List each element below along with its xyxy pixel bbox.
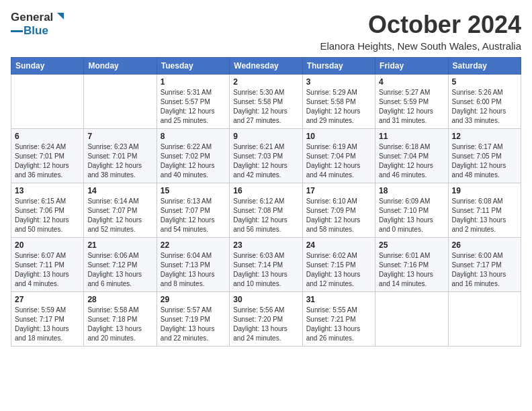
- day-number: 11: [379, 132, 444, 141]
- calendar-cell: 25Sunrise: 6:01 AM Sunset: 7:16 PM Dayli…: [375, 238, 448, 292]
- day-number: 12: [452, 132, 517, 141]
- day-number: 23: [233, 240, 298, 250]
- day-number: 5: [452, 77, 517, 87]
- calendar-cell: [11, 75, 84, 129]
- calendar-cell: 17Sunrise: 6:10 AM Sunset: 7:09 PM Dayli…: [302, 183, 375, 238]
- logo-arrow-icon: [53, 11, 65, 24]
- calendar-cell: 15Sunrise: 6:13 AM Sunset: 7:07 PM Dayli…: [157, 183, 229, 238]
- calendar-cell: 12Sunrise: 6:17 AM Sunset: 7:05 PM Dayli…: [448, 129, 521, 183]
- calendar-cell: 28Sunrise: 5:58 AM Sunset: 7:18 PM Dayli…: [84, 292, 157, 347]
- day-info: Sunrise: 6:07 AM Sunset: 7:11 PM Dayligh…: [15, 251, 80, 289]
- day-number: 3: [306, 77, 371, 87]
- day-info: Sunrise: 5:27 AM Sunset: 5:59 PM Dayligh…: [379, 88, 444, 126]
- svg-marker-0: [57, 13, 64, 19]
- day-number: 19: [452, 186, 517, 195]
- logo: General Blue: [11, 11, 65, 38]
- day-info: Sunrise: 5:56 AM Sunset: 7:20 PM Dayligh…: [233, 306, 298, 343]
- day-info: Sunrise: 5:31 AM Sunset: 5:57 PM Dayligh…: [161, 88, 226, 126]
- day-info: Sunrise: 5:30 AM Sunset: 5:58 PM Dayligh…: [233, 88, 298, 126]
- calendar-cell: 21Sunrise: 6:06 AM Sunset: 7:12 PM Dayli…: [84, 238, 157, 292]
- calendar-header-thursday: Thursday: [302, 58, 375, 75]
- calendar-cell: 16Sunrise: 6:12 AM Sunset: 7:08 PM Dayli…: [230, 183, 302, 238]
- calendar-cell: 22Sunrise: 6:04 AM Sunset: 7:13 PM Dayli…: [157, 238, 229, 292]
- day-info: Sunrise: 6:21 AM Sunset: 7:03 PM Dayligh…: [233, 142, 298, 180]
- location-title: Elanora Heights, New South Wales, Austra…: [320, 40, 521, 52]
- day-number: 27: [15, 295, 80, 304]
- calendar-cell: 14Sunrise: 6:14 AM Sunset: 7:07 PM Dayli…: [84, 183, 157, 238]
- calendar-header-sunday: Sunday: [11, 58, 84, 75]
- day-number: 2: [233, 77, 298, 87]
- calendar-header-wednesday: Wednesday: [230, 58, 302, 75]
- day-info: Sunrise: 6:14 AM Sunset: 7:07 PM Dayligh…: [87, 197, 152, 234]
- calendar-week-3: 13Sunrise: 6:15 AM Sunset: 7:06 PM Dayli…: [11, 183, 521, 238]
- calendar-cell: [84, 75, 157, 129]
- calendar-cell: 29Sunrise: 5:57 AM Sunset: 7:19 PM Dayli…: [157, 292, 229, 347]
- calendar-header-saturday: Saturday: [448, 58, 521, 75]
- logo-general-text: General: [11, 11, 53, 24]
- day-info: Sunrise: 6:18 AM Sunset: 7:04 PM Dayligh…: [379, 142, 444, 180]
- calendar-cell: 30Sunrise: 5:56 AM Sunset: 7:20 PM Dayli…: [230, 292, 302, 347]
- day-info: Sunrise: 6:01 AM Sunset: 7:16 PM Dayligh…: [379, 251, 444, 289]
- calendar-cell: 10Sunrise: 6:19 AM Sunset: 7:04 PM Dayli…: [302, 129, 375, 183]
- calendar-header-tuesday: Tuesday: [157, 58, 229, 75]
- calendar-cell: 11Sunrise: 6:18 AM Sunset: 7:04 PM Dayli…: [375, 129, 448, 183]
- day-number: 17: [306, 186, 371, 195]
- calendar-body: 1Sunrise: 5:31 AM Sunset: 5:57 PM Daylig…: [11, 75, 521, 347]
- day-info: Sunrise: 5:55 AM Sunset: 7:21 PM Dayligh…: [306, 306, 371, 343]
- day-number: 21: [87, 240, 152, 250]
- calendar-cell: 1Sunrise: 5:31 AM Sunset: 5:57 PM Daylig…: [157, 75, 229, 129]
- calendar-week-5: 27Sunrise: 5:59 AM Sunset: 7:17 PM Dayli…: [11, 292, 521, 347]
- day-info: Sunrise: 6:04 AM Sunset: 7:13 PM Dayligh…: [161, 251, 226, 289]
- calendar-cell: 4Sunrise: 5:27 AM Sunset: 5:59 PM Daylig…: [375, 75, 448, 129]
- calendar-cell: 5Sunrise: 5:26 AM Sunset: 6:00 PM Daylig…: [448, 75, 521, 129]
- calendar-cell: 18Sunrise: 6:09 AM Sunset: 7:10 PM Dayli…: [375, 183, 448, 238]
- calendar-cell: 24Sunrise: 6:02 AM Sunset: 7:15 PM Dayli…: [302, 238, 375, 292]
- calendar-week-2: 6Sunrise: 6:24 AM Sunset: 7:01 PM Daylig…: [11, 129, 521, 183]
- calendar-header-monday: Monday: [84, 58, 157, 75]
- day-number: 14: [87, 186, 152, 195]
- day-number: 4: [379, 77, 444, 87]
- calendar-header-friday: Friday: [375, 58, 448, 75]
- day-number: 8: [161, 132, 226, 141]
- day-number: 29: [161, 295, 226, 304]
- calendar-cell: 9Sunrise: 6:21 AM Sunset: 7:03 PM Daylig…: [230, 129, 302, 183]
- day-number: 7: [87, 132, 152, 141]
- day-info: Sunrise: 6:10 AM Sunset: 7:09 PM Dayligh…: [306, 197, 371, 234]
- day-info: Sunrise: 5:29 AM Sunset: 5:58 PM Dayligh…: [306, 88, 371, 126]
- calendar-cell: [448, 292, 521, 347]
- day-number: 9: [233, 132, 298, 141]
- page-header: General Blue October 2024 Elanora Height…: [11, 11, 521, 52]
- calendar-cell: 13Sunrise: 6:15 AM Sunset: 7:06 PM Dayli…: [11, 183, 84, 238]
- day-number: 13: [15, 186, 80, 195]
- day-info: Sunrise: 5:58 AM Sunset: 7:18 PM Dayligh…: [87, 306, 152, 343]
- day-info: Sunrise: 6:17 AM Sunset: 7:05 PM Dayligh…: [452, 142, 517, 180]
- day-info: Sunrise: 6:15 AM Sunset: 7:06 PM Dayligh…: [15, 197, 80, 234]
- calendar-cell: 7Sunrise: 6:23 AM Sunset: 7:01 PM Daylig…: [84, 129, 157, 183]
- day-info: Sunrise: 6:03 AM Sunset: 7:14 PM Dayligh…: [233, 251, 298, 289]
- day-info: Sunrise: 5:59 AM Sunset: 7:17 PM Dayligh…: [15, 306, 80, 343]
- month-title: October 2024: [320, 11, 521, 39]
- day-number: 24: [306, 240, 371, 250]
- calendar-cell: 26Sunrise: 6:00 AM Sunset: 7:17 PM Dayli…: [448, 238, 521, 292]
- calendar-cell: 6Sunrise: 6:24 AM Sunset: 7:01 PM Daylig…: [11, 129, 84, 183]
- title-section: October 2024 Elanora Heights, New South …: [320, 11, 521, 52]
- day-info: Sunrise: 6:24 AM Sunset: 7:01 PM Dayligh…: [15, 142, 80, 180]
- calendar-week-1: 1Sunrise: 5:31 AM Sunset: 5:57 PM Daylig…: [11, 75, 521, 129]
- day-info: Sunrise: 6:02 AM Sunset: 7:15 PM Dayligh…: [306, 251, 371, 289]
- day-info: Sunrise: 6:22 AM Sunset: 7:02 PM Dayligh…: [161, 142, 226, 180]
- day-number: 1: [161, 77, 226, 87]
- calendar-cell: 19Sunrise: 6:08 AM Sunset: 7:11 PM Dayli…: [448, 183, 521, 238]
- day-number: 30: [233, 295, 298, 304]
- day-info: Sunrise: 6:12 AM Sunset: 7:08 PM Dayligh…: [233, 197, 298, 234]
- calendar-cell: 20Sunrise: 6:07 AM Sunset: 7:11 PM Dayli…: [11, 238, 84, 292]
- day-number: 25: [379, 240, 444, 250]
- calendar-header-row: SundayMondayTuesdayWednesdayThursdayFrid…: [11, 58, 521, 75]
- day-info: Sunrise: 6:19 AM Sunset: 7:04 PM Dayligh…: [306, 142, 371, 180]
- day-number: 18: [379, 186, 444, 195]
- day-number: 20: [15, 240, 80, 250]
- calendar-cell: 27Sunrise: 5:59 AM Sunset: 7:17 PM Dayli…: [11, 292, 84, 347]
- calendar-cell: [375, 292, 448, 347]
- day-info: Sunrise: 5:57 AM Sunset: 7:19 PM Dayligh…: [161, 306, 226, 343]
- day-info: Sunrise: 5:26 AM Sunset: 6:00 PM Dayligh…: [452, 88, 517, 126]
- day-info: Sunrise: 6:23 AM Sunset: 7:01 PM Dayligh…: [87, 142, 152, 180]
